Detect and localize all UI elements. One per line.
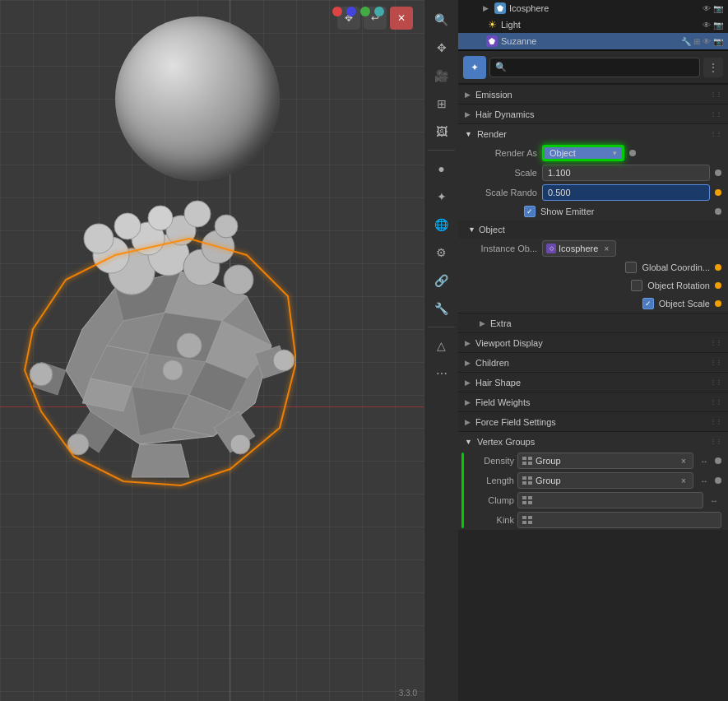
density-chip[interactable]: Group × [517, 453, 693, 469]
density-arrow-btn[interactable]: ↔ [697, 455, 712, 467]
expand-icon: ▶ [480, 2, 491, 14]
instance-obj-chip[interactable]: ◇ Icosphere × [542, 240, 616, 257]
toolbar-modifier[interactable]: 🔧 [429, 295, 455, 322]
toolbar-constraint[interactable]: 🔗 [429, 267, 455, 294]
scale-row: Scale 1.100 [458, 163, 728, 183]
force-field-settings-section-header[interactable]: ▶ Force Field Settings ⋮⋮ [458, 411, 728, 431]
icosphere-label: Icosphere [509, 3, 699, 13]
children-section-header[interactable]: ▶ Children ⋮⋮ [458, 352, 728, 372]
force-field-settings-dots: ⋮⋮ [710, 418, 721, 425]
camera-icon[interactable]: 📷 [713, 4, 723, 13]
main-object [16, 165, 296, 513]
scale-rando-dot [715, 189, 721, 196]
density-remove[interactable]: × [678, 455, 689, 467]
toolbar-camera[interactable]: 🎥 [429, 63, 455, 89]
3d-viewport[interactable]: ✥ ↩ ✕ 🔍 ✥ 🎥 ⊞ 🖼 ● ✦ 🌐 ⚙ 🔗 🔧 △ ⋯ 3.3.0 [0, 0, 458, 701]
visibility-icon[interactable]: 👁 [702, 4, 711, 13]
object-scale-row: Object Scale [458, 295, 728, 313]
clump-chip[interactable] [517, 492, 703, 508]
emission-section-header[interactable]: ▶ Emission ⋮⋮ [458, 84, 728, 104]
object-subsection-arrow: ▼ [468, 225, 475, 234]
icosphere-chip-icon: ◇ [546, 244, 556, 253]
suzanne-visibility-icon[interactable]: 👁 [702, 37, 711, 46]
viewport-display-label: Viewport Display [475, 338, 705, 348]
light-camera-icon[interactable]: 📷 [713, 21, 723, 30]
hair-dynamics-label: Hair Dynamics [475, 109, 705, 119]
vertex-groups-arrow: ▼ [465, 438, 472, 446]
svg-rect-49 [528, 496, 532, 499]
scale-value: 1.100 [548, 168, 571, 178]
render-as-chevron: ▾ [613, 149, 617, 157]
scale-rando-input[interactable]: 0.500 [542, 184, 710, 201]
object-subsection-header[interactable]: ▼ Object [458, 221, 728, 239]
length-group-icon [522, 476, 533, 485]
hair-dynamics-section-header[interactable]: ▶ Hair Dynamics ⋮⋮ [458, 104, 728, 123]
toolbar-move[interactable]: ✥ [429, 35, 455, 61]
toolbar-select[interactable]: 🔍 [429, 7, 455, 33]
length-remove[interactable]: × [678, 475, 689, 486]
scale-input[interactable]: 1.100 [542, 165, 710, 181]
dot-blue [346, 7, 356, 16]
svg-rect-40 [522, 457, 526, 460]
children-arrow: ▶ [465, 359, 471, 367]
clump-group-icon [522, 495, 533, 505]
outliner-row-icosphere[interactable]: ▶ Icosphere 👁 📷 [458, 0, 728, 16]
toolbar-settings[interactable]: ⚙ [429, 239, 455, 266]
icosphere-icon [494, 2, 506, 14]
hair-shape-dots: ⋮⋮ [710, 378, 721, 386]
toolbar-object[interactable]: △ [429, 332, 455, 359]
global-coords-checkbox[interactable] [625, 262, 637, 273]
props-panel[interactable]: ▶ Emission ⋮⋮ ▶ Hair Dynamics ⋮⋮ ▼ Rende… [458, 84, 728, 701]
extra-section-header[interactable]: ▶ Extra [458, 313, 728, 332]
emission-arrow: ▶ [465, 91, 471, 99]
length-chip[interactable]: Group × [517, 472, 693, 489]
object-scale-dot [715, 300, 721, 307]
render-as-dropdown[interactable]: Object ▾ [542, 145, 624, 161]
global-coords-label: Global Coordin... [642, 262, 710, 272]
instance-obj-label: Instance Ob... [471, 244, 537, 253]
toolbar-image[interactable]: 🖼 [429, 118, 455, 145]
length-arrow-btn[interactable]: ↔ [697, 475, 712, 486]
outliner-row-light[interactable]: ☀ Light 👁 📷 [458, 16, 728, 33]
suzanne-wrench-icon[interactable]: 🔧 [681, 37, 691, 46]
viewport-display-section-header[interactable]: ▶ Viewport Display ⋮⋮ [458, 332, 728, 352]
toolbar-material[interactable]: ● [429, 156, 455, 182]
svg-point-24 [114, 213, 141, 239]
suzanne-grid-icon[interactable]: ⊞ [693, 37, 700, 46]
suzanne-icon [486, 35, 498, 47]
svg-point-20 [224, 265, 253, 295]
toolbar-particle[interactable]: ✦ [429, 183, 455, 210]
search-box[interactable]: 🔍 [489, 58, 700, 77]
svg-rect-52 [522, 516, 526, 519]
hair-shape-section-header[interactable]: ▶ Hair Shape ⋮⋮ [458, 372, 728, 392]
object-rotation-checkbox[interactable] [631, 280, 642, 291]
field-weights-label: Field Weights [475, 397, 705, 407]
svg-point-37 [163, 360, 183, 380]
viewport-icon-3[interactable]: ✕ [390, 7, 413, 30]
scale-rando-label: Scale Rando [471, 188, 537, 197]
instance-obj-close[interactable]: × [600, 243, 612, 254]
svg-rect-55 [528, 521, 532, 524]
object-scale-checkbox[interactable] [642, 298, 654, 309]
field-weights-section-header[interactable]: ▶ Field Weights ⋮⋮ [458, 392, 728, 411]
light-visibility-icon[interactable]: 👁 [702, 21, 711, 30]
density-label: Density [465, 456, 514, 466]
render-section-header[interactable]: ▼ Render ⋮⋮ [458, 123, 728, 143]
clump-arrow-btn[interactable]: ↔ [707, 494, 721, 506]
props-options-btn[interactable]: ⋮ [703, 58, 723, 77]
props-tab-particle[interactable]: ✦ [463, 56, 486, 79]
toolbar-world[interactable]: 🌐 [429, 211, 455, 238]
toolbar-grid[interactable]: ⊞ [429, 91, 455, 117]
vertex-groups-dots: ⋮⋮ [710, 438, 721, 445]
vertex-groups-section-header[interactable]: ▼ Vertex Groups ⋮⋮ [458, 431, 728, 451]
svg-marker-30 [132, 444, 189, 477]
right-panel: ▶ Icosphere 👁 📷 ☀ Light 👁 📷 Suza [458, 0, 728, 701]
suzanne-camera-icon[interactable]: 📷 [713, 37, 723, 46]
hair-dynamics-dots: ⋮⋮ [710, 110, 721, 118]
icosphere-actions: 👁 📷 [702, 4, 723, 13]
outliner-row-suzanne[interactable]: Suzanne 🔧 ⊞ 👁 📷 [458, 33, 728, 49]
dot-green [360, 7, 370, 16]
toolbar-dots[interactable]: ⋯ [429, 360, 455, 387]
kink-chip[interactable] [517, 512, 721, 528]
show-emitter-checkbox[interactable] [524, 206, 536, 217]
